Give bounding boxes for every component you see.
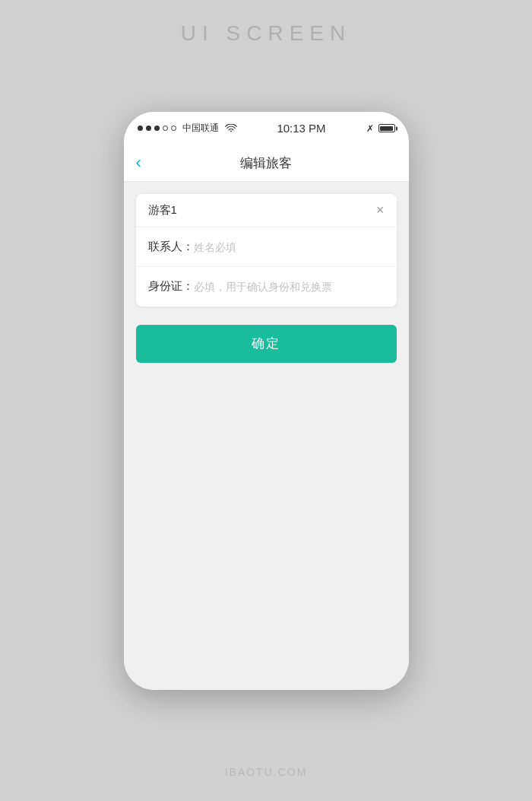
contact-label: 联系人： xyxy=(148,240,194,254)
battery-icon xyxy=(378,124,395,132)
status-left: 中国联通 xyxy=(138,122,237,135)
page-title: 编辑旅客 xyxy=(240,154,292,172)
signal-dot-5 xyxy=(171,126,176,131)
watermark-bottom: IBAOTU.COM xyxy=(225,766,308,778)
signal-dot-2 xyxy=(146,126,151,131)
card-header: 游客1 × xyxy=(136,194,397,227)
status-right: ✗ xyxy=(366,123,395,134)
back-button[interactable]: ‹ xyxy=(136,154,141,171)
main-content: 游客1 × 联系人： 身份证： 确定 xyxy=(124,182,409,690)
signal-dot-3 xyxy=(154,126,160,131)
card-title: 游客1 xyxy=(148,203,177,218)
id-card-label: 身份证： xyxy=(148,279,194,294)
confirm-button[interactable]: 确定 xyxy=(136,325,397,363)
contact-name-input[interactable] xyxy=(194,240,385,253)
signal-dot-4 xyxy=(163,126,168,131)
card-close-button[interactable]: × xyxy=(376,203,385,217)
contact-row: 联系人： xyxy=(136,227,397,267)
nav-bar: ‹ 编辑旅客 xyxy=(124,145,409,182)
status-bar: 中国联通 10:13 PM ✗ xyxy=(124,112,409,145)
signal-dot-1 xyxy=(138,126,143,131)
id-card-row: 身份证： xyxy=(136,267,397,307)
status-time: 10:13 PM xyxy=(277,122,325,135)
carrier-text: 中国联通 xyxy=(182,122,219,135)
watermark-top: UI SCREEN xyxy=(181,21,351,46)
wifi-icon xyxy=(225,124,237,133)
id-card-input[interactable] xyxy=(194,280,385,293)
form-card: 游客1 × 联系人： 身份证： xyxy=(136,194,397,307)
bluetooth-icon: ✗ xyxy=(366,123,374,134)
phone-frame: 中国联通 10:13 PM ✗ ‹ 编辑旅客 游客1 xyxy=(124,112,409,690)
